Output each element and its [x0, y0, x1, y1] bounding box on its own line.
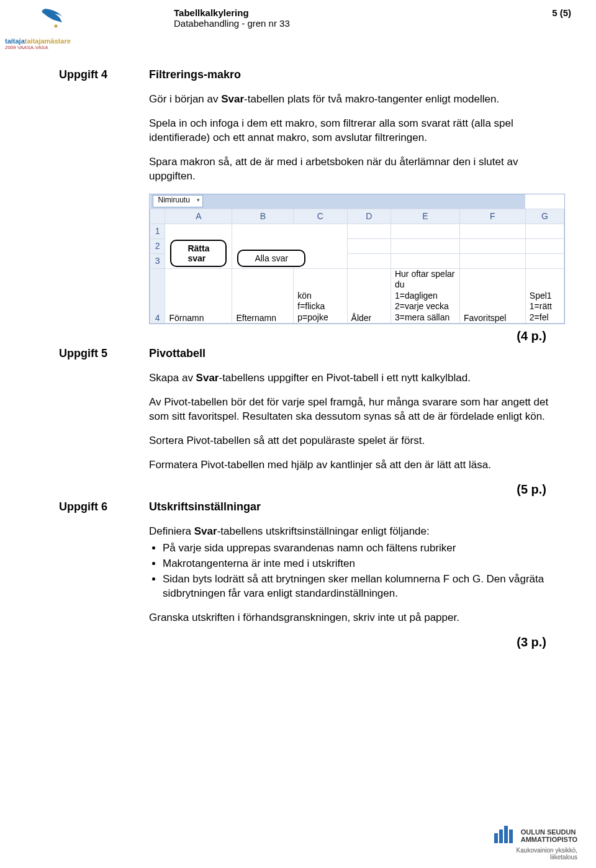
task4-header: Uppgift 4 Filtrerings-makro	[59, 68, 565, 81]
task5-label: Uppgift 5	[59, 347, 149, 360]
footer-sub: Kaukovainion yksikkö, liiketalous	[493, 847, 577, 861]
cell-spelar: Hur oftar spelar du 1=dagligen 2=varje v…	[391, 268, 459, 323]
task5-p1: Skapa av Svar-tabellens uppgifter en Piv…	[149, 371, 565, 386]
task4-p1: Gör i början av Svar-tabellen plats för …	[149, 93, 565, 107]
cell-favoritspel: Favoritspel	[460, 268, 526, 323]
page-header: taitajataitajamästare 2009 VAASA-VASA Ta…	[0, 6, 596, 43]
task5-p4: Formatera Pivot-tabellen med hjälp av ka…	[149, 458, 565, 472]
col-a-header: A	[165, 209, 232, 224]
task5-body: Skapa av Svar-tabellens uppgifter en Piv…	[149, 371, 565, 472]
footer-logo-icon	[493, 826, 515, 846]
task6-label: Uppgift 6	[59, 500, 149, 513]
cell-efternamn: Efternamn	[232, 268, 294, 323]
task6-bullets: På varje sida upprepas svarandenas namn …	[163, 541, 565, 601]
content: Uppgift 4 Filtrerings-makro Gör i början…	[59, 68, 565, 653]
logo-text: taitajamästare	[25, 37, 71, 45]
name-box: Nimiruutu	[153, 195, 203, 207]
task4-title: Filtrerings-makro	[149, 68, 241, 81]
page-footer: OULUN SEUDUN AMMATTIOPISTO Kaukovainion …	[493, 826, 577, 861]
event-logo: taitajataitajamästare 2009 VAASA-VASA	[5, 7, 70, 42]
task6-title: Utskriftsinställningar	[149, 500, 261, 513]
task4-body: Gör i början av Svar-tabellen plats för …	[149, 93, 565, 184]
cell-alder: Ålder	[347, 268, 391, 323]
bullet-2: Makrotangenterna är inte med i utskrifte…	[163, 557, 565, 571]
row4-header: 4	[150, 268, 165, 323]
macro-btn-cell-1: Rätta svar	[165, 224, 232, 268]
task5-points: (5 p.)	[59, 482, 546, 497]
task4-p3: Spara makron så, att de är med i arbetsb…	[149, 155, 565, 184]
task6-body: Definiera Svar-tabellens utskriftsinstäl…	[149, 525, 565, 625]
macro-btn-alla: Alla svar	[237, 250, 305, 267]
doc-subtitle: Databehandling - gren nr 33	[174, 18, 290, 29]
logo-year: 2009 VAASA-VASA	[5, 45, 70, 50]
task4-label: Uppgift 4	[59, 68, 149, 81]
footer-org: OULUN SEUDUN AMMATTIOPISTO	[521, 828, 577, 843]
task5-p2: Av Pivot-tabellen bör det för varje spel…	[149, 396, 565, 424]
task6-p2: Granska utskriften i förhandsgranskninge…	[149, 611, 565, 625]
row3-header: 3	[150, 253, 165, 268]
col-e-header: E	[391, 209, 459, 224]
page-number: 5 (5)	[552, 7, 571, 18]
corner-cell	[150, 209, 165, 224]
task5-header: Uppgift 5 Pivottabell	[59, 347, 565, 360]
task4-p2: Spela in och infoga i dem ett makro, som…	[149, 117, 565, 145]
cell-spel1: Spel1 1=rätt 2=fel	[525, 268, 564, 323]
bullet-1: På varje sida upprepas svarandenas namn …	[163, 541, 565, 556]
macro-btn-ratta: Rätta svar	[170, 240, 227, 267]
col-c-header: C	[294, 209, 347, 224]
row1-header: 1	[150, 224, 165, 238]
svg-rect-1	[494, 833, 498, 843]
task4-points: (4 p.)	[59, 329, 546, 343]
doc-title: Tabellkalkylering	[174, 7, 290, 18]
row2-header: 2	[150, 238, 165, 253]
col-b-header: B	[232, 209, 294, 224]
spreadsheet-screenshot: Nimiruutu A B C D E F G 1 Rätta svar All…	[149, 194, 565, 325]
task5-title: Pivottabell	[149, 347, 205, 360]
cell-fornamn: Förnamn	[165, 268, 232, 323]
task5-p3: Sortera Pivot-tabellen så att det populä…	[149, 434, 565, 448]
macro-btn-cell-2: Alla svar	[232, 224, 347, 268]
svg-point-0	[55, 25, 58, 28]
bullet-3: Sidan byts lodrätt så att brytningen ske…	[163, 572, 565, 601]
svg-rect-2	[499, 830, 503, 843]
task6-p1: Definiera Svar-tabellens utskriftsinstäl…	[149, 525, 565, 539]
cell-kon: kön f=flicka p=pojke	[294, 268, 347, 323]
svg-rect-3	[504, 826, 508, 843]
col-g-header: G	[525, 209, 564, 224]
svg-rect-4	[509, 830, 513, 843]
task6-points: (3 p.)	[59, 635, 546, 649]
task6-header: Uppgift 6 Utskriftsinställningar	[59, 500, 565, 513]
col-f-header: F	[460, 209, 526, 224]
col-d-header: D	[347, 209, 391, 224]
header-title-block: Tabellkalkylering Databehandling - gren …	[174, 7, 290, 29]
